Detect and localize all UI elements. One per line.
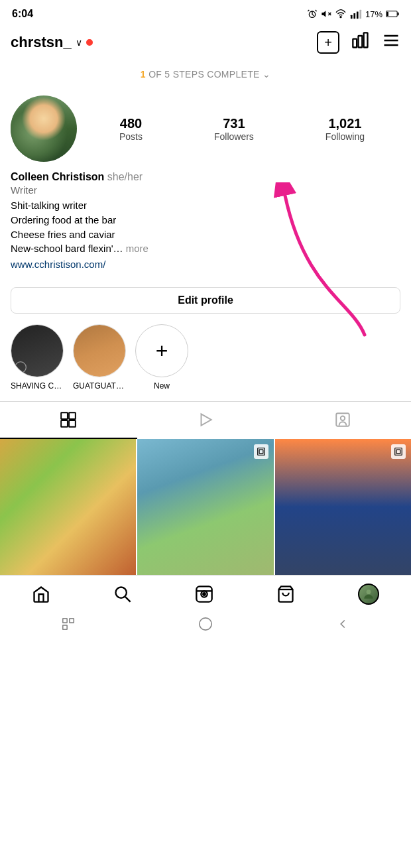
followers-label: Followers [214, 131, 254, 142]
grid-item[interactable] [0, 439, 136, 575]
svg-rect-40 [70, 619, 74, 623]
svg-rect-12 [359, 36, 363, 48]
tagged-icon [334, 411, 351, 428]
following-stat[interactable]: 1,021 Following [325, 116, 365, 142]
svg-rect-29 [395, 448, 402, 456]
edit-profile-button[interactable]: Edit profile [11, 287, 400, 314]
username-section[interactable]: chrstsn_ ∨ [11, 34, 93, 51]
highlight-item[interactable]: SHAVING CH... [11, 324, 64, 391]
bio-job: Writer [11, 184, 400, 196]
recent-icon [61, 617, 76, 631]
plus-icon: + [324, 35, 332, 50]
new-highlight-circle[interactable]: + [135, 324, 188, 377]
stats-container: 480 Posts 731 Followers 1,021 Following [77, 116, 400, 142]
svg-point-38 [367, 590, 371, 595]
username-chevron[interactable]: ∨ [76, 37, 82, 48]
following-count: 1,021 [325, 116, 365, 131]
bottom-nav-search[interactable] [113, 585, 132, 603]
nav-bar: chrstsn_ ∨ + [0, 25, 411, 62]
wifi-icon [335, 9, 347, 19]
bio-name-line: Colleen Christison she/her [11, 171, 400, 183]
photo-grid [0, 439, 411, 575]
grid-item[interactable] [137, 439, 273, 575]
followers-stat[interactable]: 731 Followers [214, 116, 254, 142]
tab-grid[interactable] [0, 402, 137, 439]
grid-multi-icon [391, 444, 406, 459]
svg-rect-39 [63, 619, 67, 623]
alarm-icon [307, 9, 318, 19]
tab-tagged[interactable] [274, 402, 411, 439]
grid-icon [60, 411, 77, 428]
bottom-nav-profile[interactable] [358, 584, 379, 605]
menu-button[interactable] [382, 31, 400, 54]
highlight-label-1: SHAVING CH... [11, 381, 64, 391]
steps-chevron: ⌄ [263, 69, 270, 80]
svg-point-31 [115, 588, 126, 598]
bio-more-button[interactable]: more [126, 243, 148, 254]
status-bar: 6:04 17% [0, 0, 411, 25]
svg-line-32 [125, 597, 131, 602]
svg-rect-6 [357, 11, 359, 19]
posts-label: Posts [119, 131, 143, 142]
recent-apps-button[interactable] [61, 617, 76, 635]
battery-text: 17% [365, 9, 382, 19]
search-icon [113, 585, 132, 603]
back-button[interactable] [335, 617, 350, 635]
avatar[interactable] [11, 95, 77, 162]
svg-point-35 [203, 593, 206, 596]
username-text: chrstsn_ [11, 34, 72, 51]
bio-text: Shit-talking writer Ordering food at the… [11, 198, 400, 256]
bio-section: Colleen Christison she/her Writer Shit-t… [0, 171, 411, 279]
home-circle-icon [198, 617, 213, 631]
back-chevron-icon [335, 617, 350, 631]
highlight-circle-1 [11, 324, 64, 377]
nav-actions: + [317, 31, 400, 54]
reels-icon [197, 411, 214, 428]
bar-chart-icon [351, 31, 370, 50]
signal-icon [350, 9, 362, 19]
new-post-button[interactable]: + [317, 31, 339, 54]
profile-avatar-thumb [358, 584, 379, 605]
reels-nav-icon [195, 585, 213, 603]
steps-text: OF 5 STEPS COMPLETE [148, 69, 260, 80]
bottom-nav-reels[interactable] [195, 585, 213, 603]
svg-rect-10 [386, 12, 388, 16]
bio-link[interactable]: www.cchristison.com/ [11, 259, 400, 270]
svg-rect-28 [259, 450, 263, 454]
battery-icon [386, 10, 399, 18]
mute-icon [321, 9, 331, 19]
svg-rect-27 [257, 448, 264, 456]
insights-button[interactable] [351, 31, 370, 54]
posts-count: 480 [119, 116, 143, 131]
highlight-item[interactable]: GUATGUATGU... [73, 324, 126, 391]
status-icons: 17% [307, 9, 399, 19]
hamburger-icon [382, 31, 400, 50]
bottom-nav-shop[interactable] [276, 585, 295, 603]
highlight-label-2: GUATGUATGU... [73, 381, 126, 391]
svg-rect-11 [353, 38, 357, 47]
svg-rect-21 [69, 412, 76, 419]
following-label: Following [325, 131, 365, 142]
grid-multi-icon [254, 444, 268, 459]
new-highlight-label: New [154, 381, 170, 391]
new-highlight-item[interactable]: + New [135, 324, 188, 391]
home-system-button[interactable] [198, 617, 213, 635]
steps-banner[interactable]: 1 OF 5 STEPS COMPLETE ⌄ [0, 62, 411, 89]
svg-rect-25 [336, 413, 349, 426]
grid-item[interactable] [275, 439, 411, 575]
svg-rect-13 [364, 32, 368, 47]
svg-marker-24 [202, 414, 211, 425]
svg-point-26 [340, 416, 345, 421]
svg-rect-41 [63, 625, 67, 629]
system-nav [0, 610, 411, 645]
highlight-circle-2 [73, 324, 126, 377]
svg-rect-22 [61, 420, 68, 427]
steps-current: 1 [141, 69, 146, 80]
posts-stat[interactable]: 480 Posts [119, 116, 143, 142]
svg-point-17 [15, 362, 27, 373]
tab-reels[interactable] [137, 402, 274, 439]
bottom-nav-home[interactable] [32, 585, 50, 603]
tabs-row [0, 401, 411, 439]
svg-rect-23 [69, 420, 76, 427]
profile-section: 480 Posts 731 Followers 1,021 Following [0, 89, 411, 162]
